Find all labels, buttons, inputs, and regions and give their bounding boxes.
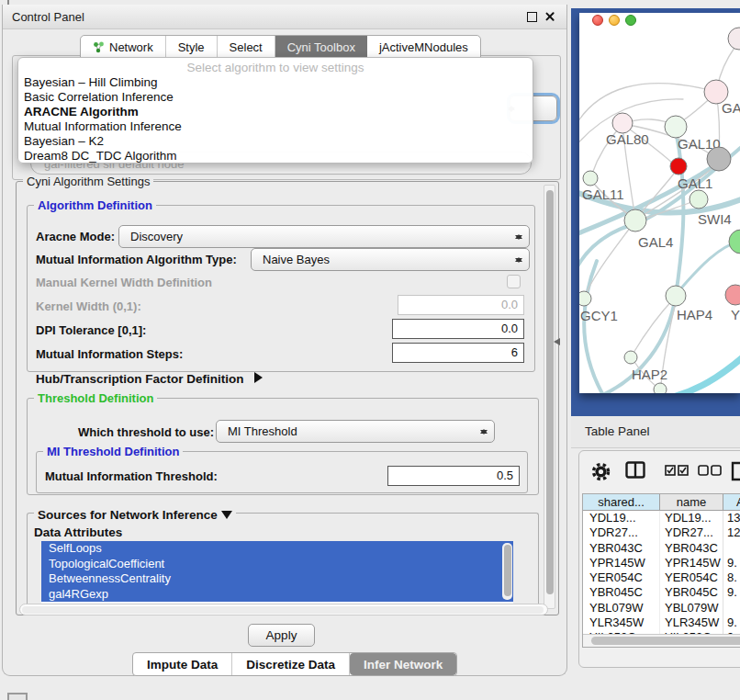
network-icon: [93, 41, 105, 53]
tab-infer-network[interactable]: Infer Network: [350, 653, 456, 675]
table-row[interactable]: YLR345W YLR345W 9.: [583, 615, 740, 630]
document-icon[interactable]: [731, 461, 740, 481]
which-threshold-combo[interactable]: MI Threshold: [216, 420, 495, 443]
stepper-icon: [512, 253, 525, 267]
dropdown-item[interactable]: Basic Correlation Inference: [18, 90, 533, 105]
kernel-width-label: Kernel Width (0,1):: [36, 299, 141, 313]
manual-kernel-checkbox[interactable]: [507, 275, 521, 288]
column-header-shared-name[interactable]: shared...: [583, 494, 660, 510]
network-node-label: GAL11: [582, 186, 624, 202]
attribute-list-item-selected[interactable]: TopologicalCoefficient: [41, 557, 513, 572]
network-edge[interactable]: [579, 84, 716, 127]
algorithm-definition-title: Algorithm Definition: [34, 198, 156, 212]
gear-icon[interactable]: [590, 461, 611, 482]
network-node[interactable]: [665, 116, 687, 138]
mi-steps-input[interactable]: 6: [392, 343, 524, 363]
table-row[interactable]: YBR045C YBR045C 9.: [583, 585, 740, 600]
aracne-mode-combo[interactable]: Discovery: [118, 225, 530, 248]
tab-select[interactable]: Select: [218, 36, 275, 58]
dropdown-item[interactable]: Bayesian – K2: [18, 134, 533, 149]
network-node[interactable]: [583, 171, 598, 186]
network-node[interactable]: [670, 158, 687, 175]
apply-button[interactable]: Apply: [248, 624, 315, 647]
network-node[interactable]: [579, 291, 591, 306]
dpi-tolerance-label: DPI Tolerance [0,1]:: [36, 323, 146, 337]
manual-kernel-label: Manual Kernel Width Definition: [36, 276, 212, 289]
dropdown-item[interactable]: Bayesian – Hill Climbing: [18, 75, 533, 90]
control-panel-tabs: Network Style Select Cyni Toolbox jActiv…: [80, 35, 481, 59]
scrollbar-thumb[interactable]: [504, 545, 511, 596]
table-horizontal-scrollbar[interactable]: [583, 634, 740, 647]
network-edge[interactable]: [676, 356, 740, 393]
which-threshold-label: Which threshold to use:: [78, 425, 214, 439]
network-node[interactable]: [612, 113, 633, 133]
table-row[interactable]: YPR145W YPR145W 9.: [583, 556, 740, 570]
table-panel-title: Table Panel: [585, 424, 650, 438]
tab-impute-data[interactable]: Impute Data: [133, 653, 232, 675]
table-body: YDL19... YDL19... 13 YDR27... YDR27... 1…: [583, 511, 740, 646]
dpi-tolerance-input[interactable]: 0.0: [392, 319, 524, 339]
mouse-cursor-icon: [554, 338, 560, 345]
dropdown-item[interactable]: ARACNE Algorithm: [18, 105, 533, 119]
expand-arrow-icon[interactable]: [254, 372, 268, 383]
table-row[interactable]: YDR27... YDR27... 12: [583, 525, 740, 540]
network-node[interactable]: [728, 28, 740, 50]
column-header-name[interactable]: name: [660, 494, 723, 510]
scrollbar-thumb[interactable]: [546, 190, 554, 594]
attributes-vertical-scrollbar[interactable]: [502, 543, 512, 600]
network-node[interactable]: [666, 286, 686, 306]
network-node[interactable]: [729, 230, 740, 254]
settings-vertical-scrollbar[interactable]: [544, 185, 555, 609]
network-node-label: HAP4: [677, 307, 712, 322]
network-edge[interactable]: [584, 261, 604, 393]
settings-horizontal-scrollbar[interactable]: [19, 604, 548, 615]
hub-section-label[interactable]: Hub/Transcription Factor Definition: [36, 372, 244, 386]
mi-type-label: Mutual Information Algorithm Type:: [36, 253, 237, 266]
tab-style[interactable]: Style: [166, 36, 218, 58]
network-node[interactable]: [624, 351, 637, 364]
network-canvas[interactable]: GALGAL80GAL10GAL1GAL11GAL4SWI4GCY1HAP4YH…: [579, 13, 740, 393]
table-row[interactable]: YBR043C YBR043C: [583, 541, 740, 556]
dropdown-item[interactable]: Dream8 DC_TDC Algorithm: [18, 149, 533, 164]
attribute-list-item-selected[interactable]: gal4RGexp: [41, 587, 513, 603]
close-icon[interactable]: [544, 11, 555, 22]
dropdown-item-list: Bayesian – Hill Climbing Basic Correlati…: [18, 75, 533, 164]
tab-cyni-toolbox[interactable]: Cyni Toolbox: [275, 36, 367, 58]
maximize-icon[interactable]: [527, 12, 537, 22]
column-header-clipped[interactable]: A: [723, 494, 740, 510]
attribute-list-item-selected[interactable]: SelfLoops: [41, 541, 513, 557]
network-node[interactable]: [707, 147, 731, 171]
scrollbar-thumb[interactable]: [22, 606, 544, 614]
threshold-definition-title: Threshold Definition: [34, 391, 157, 405]
table-panel-bar: Table Panel: [571, 416, 740, 448]
network-node[interactable]: [654, 383, 667, 393]
dropdown-item[interactable]: Mutual Information Inference: [18, 119, 533, 134]
network-node-label: GAL4: [638, 234, 673, 250]
sources-title[interactable]: Sources for Network Inference: [34, 506, 236, 525]
table-row[interactable]: YDL19... YDL19... 13: [583, 511, 740, 525]
kernel-width-input[interactable]: 0.0: [398, 295, 524, 315]
network-node[interactable]: [624, 209, 646, 231]
unchecked-checkboxes-icon[interactable]: [698, 465, 722, 476]
mi-threshold-input[interactable]: 0.5: [387, 466, 520, 486]
columns-icon[interactable]: [625, 461, 645, 479]
bottom-tabs: Impute Data Discretize Data Infer Networ…: [132, 652, 457, 676]
scrollbar-thumb[interactable]: [591, 637, 740, 645]
table-row[interactable]: YER054C YER054C 8.: [583, 570, 740, 585]
tab-jactivemnodules[interactable]: jActiveMNodules: [367, 36, 480, 58]
network-node[interactable]: [690, 190, 708, 209]
mi-steps-label: Mutual Information Steps:: [36, 347, 183, 361]
network-node[interactable]: [725, 285, 740, 305]
minimized-panel-chip[interactable]: [7, 693, 28, 700]
network-node-label: GCY1: [580, 308, 618, 323]
tab-network-label: Network: [109, 40, 153, 54]
mi-threshold-label: Mutual Information Threshold:: [45, 469, 218, 483]
tab-network[interactable]: Network: [81, 36, 166, 58]
tab-discretize-data[interactable]: Discretize Data: [232, 653, 350, 675]
collapse-arrow-icon[interactable]: [221, 511, 232, 525]
table-row[interactable]: YBL079W YBL079W: [583, 601, 740, 615]
data-attributes-label: Data Attributes: [34, 525, 122, 539]
attribute-list-item-selected[interactable]: BetweennessCentrality: [41, 571, 513, 587]
checked-checkboxes-icon[interactable]: [665, 465, 689, 476]
mi-type-combo[interactable]: Naive Bayes: [251, 248, 530, 271]
